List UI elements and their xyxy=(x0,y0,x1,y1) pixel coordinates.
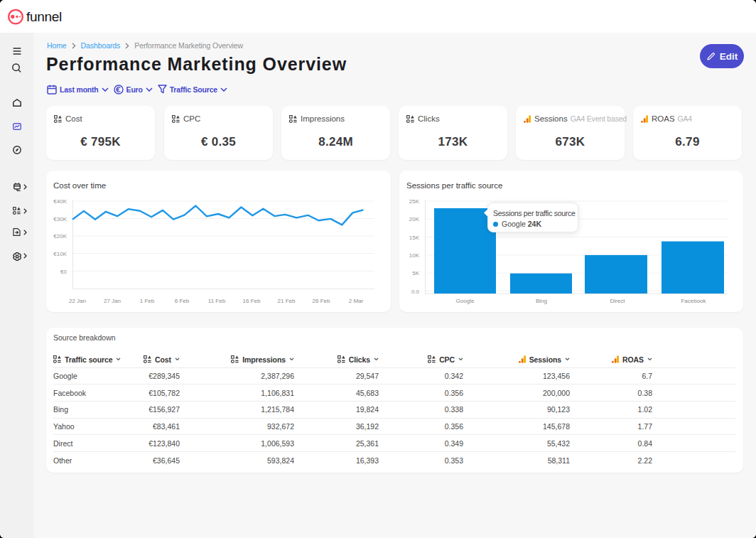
svg-text:€10K: €10K xyxy=(53,251,67,257)
svg-text:21 Feb: 21 Feb xyxy=(278,298,296,304)
svg-text:€20K: €20K xyxy=(53,233,67,240)
svg-text:€0: €0 xyxy=(60,269,67,275)
svg-text:15K: 15K xyxy=(409,235,420,241)
svg-text:Facebook: Facebook xyxy=(681,298,706,304)
svg-text:25K: 25K xyxy=(409,198,420,205)
svg-text:22 Jan: 22 Jan xyxy=(69,298,86,304)
svg-text:11 Feb: 11 Feb xyxy=(208,298,226,304)
svg-text:20K: 20K xyxy=(409,216,420,222)
svg-text:16 Feb: 16 Feb xyxy=(243,298,261,304)
svg-text:5K: 5K xyxy=(412,270,419,276)
svg-text:Direct: Direct xyxy=(610,298,626,304)
svg-text:1 Feb: 1 Feb xyxy=(140,298,155,304)
svg-text:€30K: €30K xyxy=(53,216,67,222)
svg-text:Bing: Bing xyxy=(536,298,547,304)
svg-text:26 Feb: 26 Feb xyxy=(313,298,330,304)
svg-text:10K: 10K xyxy=(409,252,420,259)
svg-text:2 Mar: 2 Mar xyxy=(349,298,364,304)
svg-text:Google: Google xyxy=(456,298,475,304)
svg-text:27 Jan: 27 Jan xyxy=(104,298,121,304)
svg-text:0.0: 0.0 xyxy=(411,289,420,295)
svg-text:6 Feb: 6 Feb xyxy=(175,298,190,304)
svg-text:€40K: €40K xyxy=(53,198,67,205)
